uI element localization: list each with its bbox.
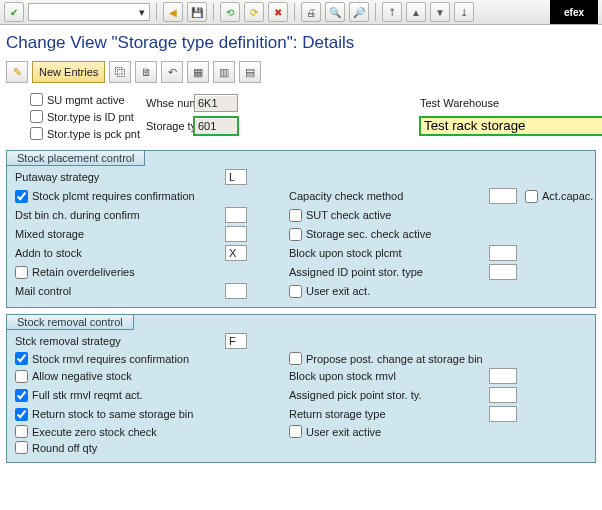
- sec-check-label: Storage sec. check active: [306, 228, 431, 240]
- allow-neg-label: Allow negative stock: [32, 370, 132, 382]
- file-icon[interactable]: 🗎: [135, 61, 157, 83]
- mixed-label: Mixed storage: [15, 228, 225, 240]
- su-mgmt-label: SU mgmt active: [47, 94, 125, 106]
- retain-label: Retain overdeliveries: [32, 266, 135, 278]
- save-icon[interactable]: 💾: [187, 2, 207, 22]
- undo-icon[interactable]: ↶: [161, 61, 183, 83]
- addn-label: Addn to stock: [15, 247, 225, 259]
- assigned-pick-label: Assigned pick point stor. ty.: [289, 389, 489, 401]
- sut-check-checkbox[interactable]: SUT check active: [289, 209, 489, 222]
- assigned-id-label: Assigned ID point stor. type: [289, 266, 489, 278]
- exec-zero-checkbox[interactable]: Execute zero stock check: [15, 425, 225, 438]
- command-field[interactable]: ▾: [28, 3, 150, 21]
- user-exit-rmvl-label: User exit active: [306, 426, 381, 438]
- first-icon[interactable]: ⤒: [382, 2, 402, 22]
- stock-plcmt-conf-label: Stock plcmt requires confirmation: [32, 190, 195, 202]
- whse-number-desc: Test Warehouse: [414, 97, 602, 109]
- round-off-label: Round off qty: [32, 442, 97, 454]
- retain-checkbox[interactable]: Retain overdeliveries: [15, 266, 225, 279]
- assigned-id-value[interactable]: [489, 264, 517, 280]
- dst-bin-label: Dst bin ch. during confirm: [15, 209, 225, 221]
- exec-zero-label: Execute zero stock check: [32, 426, 157, 438]
- back2-icon[interactable]: ⟲: [220, 2, 240, 22]
- allow-neg-checkbox[interactable]: Allow negative stock: [15, 370, 225, 383]
- addn-value[interactable]: X: [225, 245, 247, 261]
- header-form: Whse number 6K1 Test Warehouse SU mgmt a…: [0, 89, 602, 144]
- rmvl-conf-label: Stock rmvl requires confirmation: [32, 353, 189, 365]
- propose-label: Propose post. change at storage bin: [306, 353, 483, 365]
- block-plcmt-label: Block upon stock plcmt: [289, 247, 489, 259]
- strategy-label: Stck removal strategy: [15, 335, 225, 347]
- print-icon[interactable]: 🖨: [301, 2, 321, 22]
- removal-panel-title: Stock removal control: [6, 314, 134, 330]
- whse-number-label: Whse number: [146, 97, 194, 109]
- grid-icon[interactable]: ▦: [187, 61, 209, 83]
- page-title: Change View "Storage type definition": D…: [0, 25, 602, 59]
- putaway-label: Putaway strategy: [15, 171, 225, 183]
- user-exit-rmvl-checkbox[interactable]: User exit active: [289, 425, 489, 438]
- placement-panel-title: Stock placement control: [6, 150, 145, 166]
- pck-pnt-label: Stor.type is pck pnt: [47, 128, 140, 140]
- copy-icon[interactable]: ⿻: [109, 61, 131, 83]
- mail-value[interactable]: [225, 283, 247, 299]
- strategy-value[interactable]: F: [225, 333, 247, 349]
- cap-check-value[interactable]: [489, 188, 517, 204]
- rmvl-conf-checkbox[interactable]: Stock rmvl requires confirmation: [15, 352, 225, 365]
- brand-logo: efex: [550, 0, 598, 24]
- block-rmvl-value[interactable]: [489, 368, 517, 384]
- ok-icon[interactable]: ✔: [4, 2, 24, 22]
- block-plcmt-value[interactable]: [489, 245, 517, 261]
- toggle-icon[interactable]: ✎: [6, 61, 28, 83]
- dropdown-icon[interactable]: ▾: [135, 6, 149, 19]
- exit-icon[interactable]: ⟳: [244, 2, 264, 22]
- mail-label: Mail control: [15, 285, 225, 297]
- return-same-checkbox[interactable]: Return stock to same storage bin: [15, 408, 225, 421]
- assigned-pick-value[interactable]: [489, 387, 517, 403]
- user-exit-checkbox[interactable]: User exit act.: [289, 285, 489, 298]
- storage-type-value: 601: [194, 117, 238, 135]
- propose-checkbox[interactable]: Propose post. change at storage bin: [289, 352, 489, 365]
- user-exit-label: User exit act.: [306, 285, 370, 297]
- findnext-icon[interactable]: 🔎: [349, 2, 369, 22]
- id-pnt-checkbox[interactable]: Stor.type is ID pnt: [30, 110, 146, 123]
- dst-bin-value[interactable]: [225, 207, 247, 223]
- cancel-icon[interactable]: ✖: [268, 2, 288, 22]
- full-stk-label: Full stk rmvl reqmt act.: [32, 389, 143, 401]
- act-capac-checkbox[interactable]: Act.capac.: [525, 190, 593, 203]
- return-same-label: Return stock to same storage bin: [32, 408, 193, 420]
- round-off-checkbox[interactable]: Round off qty: [15, 441, 225, 454]
- mixed-value[interactable]: [225, 226, 247, 242]
- return-type-label: Return storage type: [289, 408, 489, 420]
- sut-check-label: SUT check active: [306, 209, 391, 221]
- find-icon[interactable]: 🔍: [325, 2, 345, 22]
- next-icon[interactable]: ▼: [430, 2, 450, 22]
- form-icon[interactable]: ▤: [239, 61, 261, 83]
- storage-type-desc[interactable]: [420, 117, 602, 135]
- new-entries-button[interactable]: New Entries: [32, 61, 105, 83]
- putaway-value[interactable]: L: [225, 169, 247, 185]
- list-icon[interactable]: ▥: [213, 61, 235, 83]
- last-icon[interactable]: ⤓: [454, 2, 474, 22]
- back-icon[interactable]: ◀: [163, 2, 183, 22]
- act-capac-label: Act.capac.: [542, 190, 593, 202]
- pck-pnt-checkbox[interactable]: Stor.type is pck pnt: [30, 127, 146, 140]
- sec-check-checkbox[interactable]: Storage sec. check active: [289, 228, 489, 241]
- stock-plcmt-conf-checkbox[interactable]: Stock plcmt requires confirmation: [15, 190, 225, 203]
- sub-toolbar: ✎ New Entries ⿻ 🗎 ↶ ▦ ▥ ▤: [0, 59, 602, 89]
- block-rmvl-label: Block upon stock rmvl: [289, 370, 489, 382]
- id-pnt-label: Stor.type is ID pnt: [47, 111, 134, 123]
- return-type-value[interactable]: [489, 406, 517, 422]
- whse-number-value: 6K1: [194, 94, 238, 112]
- su-mgmt-checkbox[interactable]: SU mgmt active: [30, 93, 146, 106]
- removal-panel: Stock removal control Stck removal strat…: [6, 314, 596, 463]
- placement-panel: Stock placement control Putaway strategy…: [6, 150, 596, 308]
- prev-icon[interactable]: ▲: [406, 2, 426, 22]
- app-toolbar: ✔ ▾ ◀ 💾 ⟲ ⟳ ✖ 🖨 🔍 🔎 ⤒ ▲ ▼ ⤓ efex: [0, 0, 602, 25]
- cap-check-label: Capacity check method: [289, 190, 489, 202]
- storage-type-label: Storage type: [146, 120, 194, 132]
- full-stk-checkbox[interactable]: Full stk rmvl reqmt act.: [15, 389, 225, 402]
